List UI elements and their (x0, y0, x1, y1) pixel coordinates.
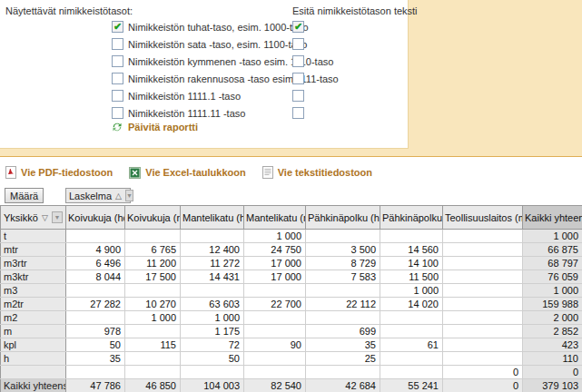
data-cell: 1 000 (523, 284, 582, 298)
show-text-checkbox[interactable]: ✔ (292, 21, 304, 33)
data-cell (443, 325, 523, 338)
data-cell: 379 103 (523, 379, 582, 392)
level-row: Nimikkeistön rakennusosa -taso esim 1111… (0, 71, 409, 88)
filter-title: Näytettävät nimikkeistötasot: (5, 5, 133, 16)
refresh-report-button[interactable]: Päivitä raportti (111, 121, 198, 133)
data-cell: 11 200 (125, 257, 181, 270)
data-cell: 1 000 (125, 311, 181, 325)
row-label: m2tr (1, 298, 66, 311)
column-header: Pähkinäpolku (rola) (380, 206, 443, 230)
table-row: mtr4 9006 76512 40024 7503 50014 56066 8… (1, 243, 582, 257)
data-cell: 1 000 (380, 284, 443, 298)
level-checkbox[interactable] (112, 38, 123, 50)
data-cell: 14 020 (380, 298, 443, 311)
data-cell: 46 850 (125, 379, 181, 392)
column-header: Pähkinäpolku (hola) (306, 206, 380, 230)
row-dimension-label: Yksikkö (4, 212, 38, 223)
data-cell (380, 311, 443, 325)
level-label: Nimikkeistön rakennusosa -taso esim 1111… (128, 74, 339, 84)
data-cell (125, 366, 181, 379)
pivot-header-row: Yksikkö ▽ ▼ Koivukuja (hola)Koivukuja (r… (1, 206, 582, 230)
row-dimension-header[interactable]: Yksikkö ▽ ▼ (1, 206, 66, 230)
row-label: mtr (1, 243, 66, 257)
export-pdf-link[interactable]: Vie PDF-tiedostoon (5, 166, 113, 179)
data-cell: 17 000 (244, 257, 306, 270)
show-text-checkbox[interactable] (292, 107, 304, 119)
report-page: { "filters": { "title": "Näytettävät nim… (0, 0, 582, 392)
column-header: Teollisuuslaitos (muu) (443, 206, 523, 230)
show-text-checkbox[interactable] (292, 55, 304, 67)
data-cell: 17 500 (125, 270, 181, 284)
level-row: ✔Nimikkeistön tuhat-taso, esim. 1000-tas… (0, 19, 409, 36)
data-cell: 1 000 (244, 230, 306, 243)
show-text-checkbox[interactable] (292, 73, 304, 84)
column-dimension-header[interactable]: Laskelma △ ▼ (65, 188, 131, 203)
row-dimension-dropdown-button[interactable]: ▼ (52, 211, 63, 223)
data-cell: 14 431 (181, 270, 244, 284)
table-row: m21 0001 0002 000 (1, 311, 582, 325)
export-pdf-label: Vie PDF-tiedostoon (21, 167, 113, 178)
data-cell: 17 000 (244, 270, 306, 284)
data-cell: 35 (66, 352, 125, 366)
level-row: Nimikkeistön 1111.11 -taso (0, 105, 409, 122)
data-cell (380, 352, 443, 366)
level-label: Nimikkeistön 1111.11 -taso (128, 108, 245, 119)
level-checkbox[interactable] (112, 55, 123, 67)
show-text-checkbox[interactable] (292, 38, 304, 50)
data-cell: 72 (181, 338, 244, 352)
data-cell (443, 270, 523, 284)
data-cell (306, 230, 380, 243)
chevron-down-icon: ▼ (126, 192, 133, 199)
refresh-icon (111, 121, 123, 133)
data-cell (181, 284, 244, 298)
row-label (1, 366, 66, 379)
table-row: m31 0001 000 (1, 284, 582, 298)
data-cell (380, 230, 443, 243)
show-text-checkbox[interactable] (292, 90, 304, 102)
level-checkbox[interactable]: ✔ (112, 21, 123, 33)
data-cell: 1 000 (523, 230, 582, 243)
data-cell (443, 284, 523, 298)
level-checkbox[interactable] (112, 73, 123, 84)
level-checkbox[interactable] (112, 107, 123, 119)
data-cell: 0 (443, 379, 523, 392)
data-cell: 3 500 (306, 243, 380, 257)
data-cell (66, 284, 125, 298)
data-cell (181, 366, 244, 379)
data-cell: 10 270 (125, 298, 181, 311)
column-dimension-dropdown-button[interactable]: ▼ (125, 190, 133, 201)
export-text-link[interactable]: Vie tekstitiedostoon (262, 166, 372, 179)
filter-panel: Näytettävät nimikkeistötasot: Esitä nimi… (0, 0, 409, 149)
column-header: Mantelikatu (hola) (181, 206, 244, 230)
data-cell: 35 (306, 338, 380, 352)
data-cell: 47 786 (66, 379, 125, 392)
data-cell: 14 560 (380, 243, 443, 257)
data-cell: 159 988 (523, 298, 582, 311)
level-row: Nimikkeistön sata -taso, esim. 1100-taso (0, 36, 409, 54)
level-checkbox[interactable] (112, 90, 123, 102)
data-cell (181, 230, 244, 243)
data-cell (66, 311, 125, 325)
data-cell: 42 684 (306, 379, 380, 392)
show-text-column-header: Esitä nimikkeistötason teksti (292, 5, 418, 16)
data-cell: 11 500 (380, 270, 443, 284)
data-cell: 699 (306, 325, 380, 338)
data-cell: 6 765 (125, 243, 181, 257)
row-label: m3ktr (1, 270, 66, 284)
pdf-icon (5, 166, 16, 179)
data-cell: 76 059 (523, 270, 582, 284)
data-cell: 90 (244, 338, 306, 352)
data-cell (244, 352, 306, 366)
data-cell: 22 112 (306, 298, 380, 311)
data-cell (443, 298, 523, 311)
text-file-icon (262, 166, 273, 179)
data-cell (244, 325, 306, 338)
data-cell: 115 (125, 338, 181, 352)
column-header: Koivukuja (rola) (125, 206, 181, 230)
export-text-label: Vie tekstitiedostoon (278, 167, 372, 178)
export-excel-link[interactable]: Vie Excel-taulukkoon (129, 167, 245, 179)
data-cell (443, 257, 523, 270)
measure-button[interactable]: Määrä (5, 188, 44, 203)
column-dimension-label: Laskelma (69, 191, 112, 201)
data-cell: 0 (523, 366, 582, 379)
